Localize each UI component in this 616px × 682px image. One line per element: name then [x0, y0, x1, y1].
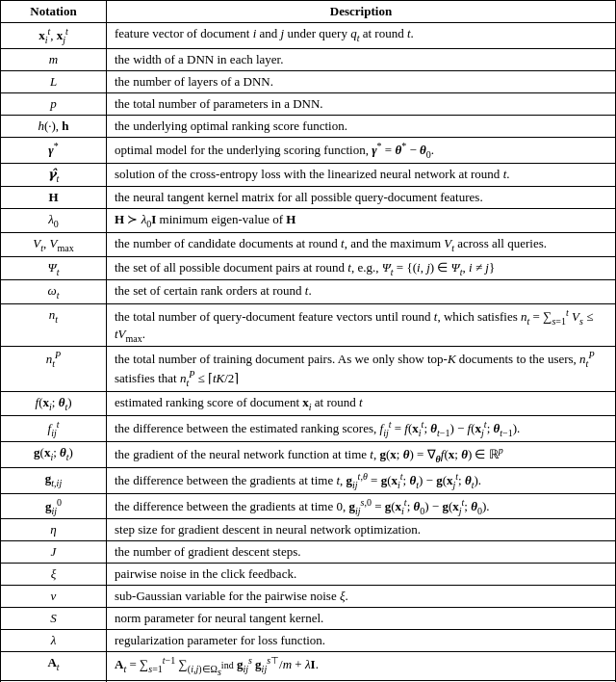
desc-cell: the gradient of the neural network funct…: [107, 441, 616, 467]
desc-cell: norm parameter for neural tangent kernel…: [107, 608, 616, 630]
table-row: S norm parameter for neural tangent kern…: [1, 608, 616, 630]
desc-cell: the set of certain rank orders at round …: [107, 280, 616, 304]
notation-cell: H: [1, 187, 107, 209]
desc-cell: the set of all possible document pairs a…: [107, 256, 616, 280]
table-row: f(xi; θt) estimated ranking score of doc…: [1, 392, 616, 416]
table-row: ntP the total number of training documen…: [1, 347, 616, 392]
table-row: ξ pairwise noise in the click feedback.: [1, 564, 616, 586]
notation-cell: At: [1, 652, 107, 681]
notation-cell: η: [1, 519, 107, 541]
table-row: p the total number of parameters in a DN…: [1, 92, 616, 115]
table-row: xit, xjt feature vector of document i an…: [1, 23, 616, 49]
table-row: gt,ij the difference between the gradien…: [1, 467, 616, 493]
notation-cell: λ: [1, 630, 107, 652]
desc-cell: feature vector of document i and j under…: [107, 23, 616, 49]
table-row: ν sub-Gaussian variable for the pairwise…: [1, 586, 616, 608]
notation-cell: gt,ij: [1, 467, 107, 493]
table-row: gij0 the difference between the gradient…: [1, 493, 616, 519]
notation-cell: J: [1, 541, 107, 564]
table-row: γ̂t solution of the cross-entropy loss w…: [1, 163, 616, 187]
header-description: Description: [107, 1, 616, 23]
notation-cell: γ̂t: [1, 163, 107, 187]
desc-cell: the difference between the gradients at …: [107, 467, 616, 493]
desc-cell: H ≻ λ0I minimum eigen-value of H: [107, 209, 616, 233]
notation-cell: S: [1, 608, 107, 630]
desc-cell: the underlying optimal ranking score fun…: [107, 115, 616, 137]
notation-cell: Ψt: [1, 256, 107, 280]
table-row: Ψt the set of all possible document pair…: [1, 256, 616, 280]
notation-cell: λ0: [1, 209, 107, 233]
table-row: fijt the difference between the estimate…: [1, 415, 616, 441]
table-row: nt the total number of query-document fe…: [1, 303, 616, 347]
notation-cell: ξ: [1, 564, 107, 586]
notation-cell: ωt: [1, 280, 107, 304]
table-row: λ0 H ≻ λ0I minimum eigen-value of H: [1, 209, 616, 233]
desc-cell: At = ∑s=1t−1 ∑(i,j)∈Ωsind gijs gijs⊤/m +…: [107, 652, 616, 681]
notation-table: Notation Description xit, xjt feature ve…: [0, 0, 616, 682]
table-row: γ* optimal model for the underlying scor…: [1, 137, 616, 163]
desc-cell: the difference between the gradients at …: [107, 493, 616, 519]
notation-cell: L: [1, 70, 107, 92]
table-row: λ regularization parameter for loss func…: [1, 630, 616, 652]
notation-cell: γ*: [1, 137, 107, 163]
desc-cell: the total number of training document pa…: [107, 347, 616, 392]
notation-cell: ν: [1, 586, 107, 608]
desc-cell: step size for gradient descent in neural…: [107, 519, 616, 541]
desc-cell: the neural tangent kernel matrix for all…: [107, 187, 616, 209]
notation-cell: gij0: [1, 493, 107, 519]
notation-cell: nt: [1, 303, 107, 347]
notation-cell: g(xi; θt): [1, 441, 107, 467]
desc-cell: sub-Gaussian variable for the pairwise n…: [107, 586, 616, 608]
desc-cell: estimated ranking score of document xi a…: [107, 392, 616, 416]
desc-cell: the total number of parameters in a DNN.: [107, 92, 616, 115]
table-row: ωt the set of certain rank orders at rou…: [1, 280, 616, 304]
table-row: Vt, Vmax the number of candidate documen…: [1, 233, 616, 257]
desc-cell: solution of the cross-entropy loss with …: [107, 163, 616, 187]
notation-cell: ntP: [1, 347, 107, 392]
table-row: η step size for gradient descent in neur…: [1, 519, 616, 541]
table-row: At At = ∑s=1t−1 ∑(i,j)∈Ωsind gijs gijs⊤/…: [1, 652, 616, 681]
notation-cell: f(xi; θt): [1, 392, 107, 416]
notation-cell: xit, xjt: [1, 23, 107, 49]
desc-cell: the width of a DNN in each layer.: [107, 48, 616, 70]
desc-cell: regularization parameter for loss functi…: [107, 630, 616, 652]
notation-cell: h(·), h: [1, 115, 107, 137]
desc-cell: the difference between the estimated ran…: [107, 415, 616, 441]
table-row: H the neural tangent kernel matrix for a…: [1, 187, 616, 209]
notation-cell: fijt: [1, 415, 107, 441]
desc-cell: the total number of query-document featu…: [107, 303, 616, 347]
desc-cell: the number of candidate documents at rou…: [107, 233, 616, 257]
desc-cell: the number of layers of a DNN.: [107, 70, 616, 92]
table-row: g(xi; θt) the gradient of the neural net…: [1, 441, 616, 467]
desc-cell: optimal model for the underlying scoring…: [107, 137, 616, 163]
table-row: J the number of gradient descent steps.: [1, 541, 616, 564]
table-row: L the number of layers of a DNN.: [1, 70, 616, 92]
notation-cell: Vt, Vmax: [1, 233, 107, 257]
table-row: h(·), h the underlying optimal ranking s…: [1, 115, 616, 137]
table-row: m the width of a DNN in each layer.: [1, 48, 616, 70]
header-notation: Notation: [1, 1, 107, 23]
notation-cell: m: [1, 48, 107, 70]
notation-cell: p: [1, 92, 107, 115]
desc-cell: the number of gradient descent steps.: [107, 541, 616, 564]
desc-cell: pairwise noise in the click feedback.: [107, 564, 616, 586]
